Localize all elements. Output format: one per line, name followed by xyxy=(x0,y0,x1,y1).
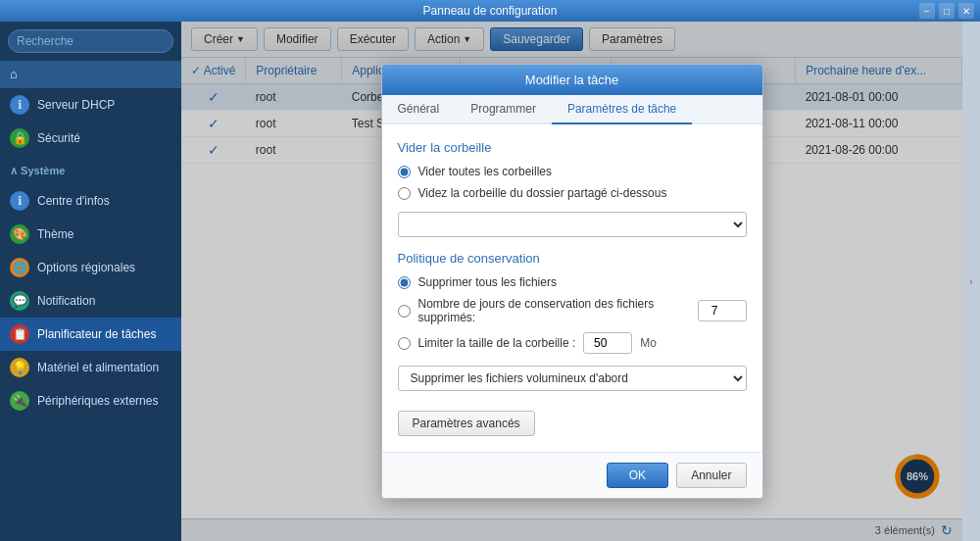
radio-jours[interactable]: Nombre de jours de conservation des fich… xyxy=(398,297,747,324)
radio-vider-dossier[interactable]: Videz la corbeille du dossier partagé ci… xyxy=(398,186,747,200)
radio-supprimer-tous-input[interactable] xyxy=(398,276,411,289)
info-icon: ℹ xyxy=(10,191,29,211)
sidebar-item-securite[interactable]: 🔒 Sécurité xyxy=(0,122,181,155)
taille-input[interactable] xyxy=(583,332,632,354)
home-icon: ⌂ xyxy=(10,67,18,81)
ok-button[interactable]: OK xyxy=(607,463,668,488)
dialog-header: Modifier la tâche xyxy=(382,65,762,95)
sidebar-item-label: Centre d'infos xyxy=(37,194,110,208)
radio5-label: Limiter la taille de la corbeille : xyxy=(418,336,576,350)
radio-group-2: Supprimer tous les fichiers Nombre de jo… xyxy=(398,275,747,354)
peripheriques-icon: 🔌 xyxy=(10,391,29,411)
dialog-title: Modifier la tâche xyxy=(525,73,618,87)
region-icon: 🌐 xyxy=(10,258,29,277)
radio-vider-toutes-input[interactable] xyxy=(398,166,411,178)
dhcp-icon: ℹ xyxy=(10,95,29,115)
sidebar-item-serveur-dhcp[interactable]: ℹ Serveur DHCP xyxy=(0,88,181,122)
radio-vider-dossier-input[interactable] xyxy=(398,187,411,200)
dialog-overlay: Modifier la tâche Général Programmer Par… xyxy=(181,22,962,541)
dossier-dropdown[interactable] xyxy=(398,212,747,237)
sidebar-item-label: Périphériques externes xyxy=(37,394,158,408)
sidebar-item-label: Options régionales xyxy=(37,261,135,274)
tab-programmer[interactable]: Programmer xyxy=(455,95,552,124)
dialog-body: Vider la corbeille Vider toutes les corb… xyxy=(382,124,762,452)
maximize-button[interactable]: □ xyxy=(939,3,955,19)
sidebar-item-peripheriques[interactable]: 🔌 Périphériques externes xyxy=(0,384,181,418)
main-layout: ⌂ ℹ Serveur DHCP 🔒 Sécurité ∧ Système ℹ … xyxy=(0,22,980,541)
tab-general[interactable]: Général xyxy=(382,95,456,124)
close-button[interactable]: ✕ xyxy=(958,3,974,19)
search-input[interactable] xyxy=(8,29,173,53)
radio-jours-input[interactable] xyxy=(398,305,411,318)
sidebar-item-centre-infos[interactable]: ℹ Centre d'infos xyxy=(0,184,181,218)
fichiers-dropdown[interactable]: Supprimer les fichiers volumineux d'abor… xyxy=(398,366,747,391)
radio1-label: Vider toutes les corbeilles xyxy=(418,165,553,178)
radio3-label: Supprimer tous les fichiers xyxy=(418,275,557,289)
dialog-tabs: Général Programmer Paramètres de tâche xyxy=(382,95,762,124)
sidebar-item-label: Serveur DHCP xyxy=(37,98,115,112)
content-area: Créer ▼ Modifier Exécuter Action ▼ Sauve… xyxy=(181,22,962,541)
sidebar-item-materiel[interactable]: 💡 Matériel et alimentation xyxy=(0,351,181,384)
jours-input[interactable] xyxy=(698,300,747,321)
materiel-icon: 💡 xyxy=(10,358,29,377)
securite-icon: 🔒 xyxy=(10,128,29,148)
unit-label: Mo xyxy=(640,336,657,350)
sidebar-item-label: Matériel et alimentation xyxy=(37,361,159,374)
cancel-button[interactable]: Annuler xyxy=(676,463,746,488)
theme-icon: 🎨 xyxy=(10,224,29,244)
sidebar-item-label: Sécurité xyxy=(37,131,80,145)
right-panel: › xyxy=(962,22,980,541)
search-container xyxy=(0,22,181,61)
sidebar: ⌂ ℹ Serveur DHCP 🔒 Sécurité ∧ Système ℹ … xyxy=(0,22,181,541)
sidebar-item-planificateur[interactable]: 📋 Planificateur de tâches xyxy=(0,318,181,351)
panel-arrow: › xyxy=(969,276,972,287)
sidebar-home[interactable]: ⌂ xyxy=(0,61,181,87)
minimize-button[interactable]: − xyxy=(919,3,935,19)
advanced-settings-button[interactable]: Paramètres avancés xyxy=(398,411,535,436)
radio-taille-input[interactable] xyxy=(398,337,411,350)
section1-title: Vider la corbeille xyxy=(398,140,747,155)
topbar: Panneau de configuration − □ ✕ xyxy=(0,0,980,22)
radio-group-1: Vider toutes les corbeilles Videz la cor… xyxy=(398,165,747,200)
planificateur-icon: 📋 xyxy=(10,324,29,344)
radio4-label: Nombre de jours de conservation des fich… xyxy=(418,297,690,324)
sidebar-item-label: Thème xyxy=(37,227,74,241)
window-controls: − □ ✕ xyxy=(919,3,974,19)
modifier-tache-dialog: Modifier la tâche Général Programmer Par… xyxy=(381,64,763,499)
radio-supprimer-tous[interactable]: Supprimer tous les fichiers xyxy=(398,275,747,289)
sidebar-item-theme[interactable]: 🎨 Thème xyxy=(0,218,181,251)
sidebar-item-label: Notification xyxy=(37,294,95,308)
section2-title: Politique de conservation xyxy=(398,251,747,266)
radio-vider-toutes[interactable]: Vider toutes les corbeilles xyxy=(398,165,747,178)
radio-taille[interactable]: Limiter la taille de la corbeille : Mo xyxy=(398,332,747,354)
sidebar-item-notification[interactable]: 💬 Notification xyxy=(0,284,181,318)
tab-parametres-tache[interactable]: Paramètres de tâche xyxy=(552,95,692,124)
sidebar-item-options-regionales[interactable]: 🌐 Options régionales xyxy=(0,251,181,284)
dialog-footer: OK Annuler xyxy=(382,452,762,498)
notification-icon: 💬 xyxy=(10,291,29,311)
sidebar-section-systeme: ∧ Système xyxy=(0,155,181,184)
radio2-label: Videz la corbeille du dossier partagé ci… xyxy=(418,186,667,200)
section-header-label: ∧ Système xyxy=(10,165,65,177)
sidebar-item-label: Planificateur de tâches xyxy=(37,327,156,341)
app-title: Panneau de configuration xyxy=(423,4,558,18)
